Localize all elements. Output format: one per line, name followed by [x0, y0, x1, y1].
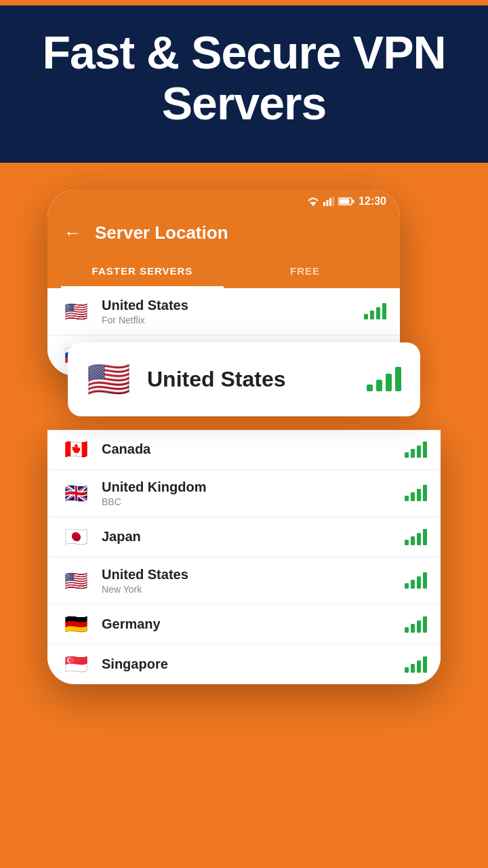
tab-faster-servers[interactable]: FASTER SERVERS	[61, 257, 224, 288]
svg-rect-2	[327, 200, 329, 206]
phone-bottom-list: 🇨🇦 Canada 🇬🇧 United Kingdom BBC	[47, 430, 441, 684]
floating-country-name: United States	[147, 367, 350, 392]
svg-rect-7	[340, 199, 350, 203]
flag-singapore: 🇸🇬	[61, 654, 91, 675]
server-item-singapore[interactable]: 🇸🇬 Singapore	[47, 645, 441, 684]
signal-germany	[405, 616, 427, 633]
signal-uk	[405, 485, 427, 501]
header-title: Fast & Secure VPN Servers	[27, 27, 461, 129]
svg-rect-6	[352, 199, 354, 203]
server-item-uk[interactable]: 🇬🇧 United Kingdom BBC	[47, 470, 441, 517]
orange-background: 12:30 ← Server Location FASTER SERVERS F…	[0, 163, 488, 376]
header-banner: Fast & Secure VPN Servers	[0, 0, 488, 163]
signal-icon	[323, 197, 334, 206]
signal-japan	[405, 529, 427, 545]
flag-canada: 🇨🇦	[61, 439, 91, 460]
server-info-germany: Germany	[102, 616, 394, 632]
flag-germany: 🇩🇪	[61, 614, 91, 635]
server-item-japan[interactable]: 🇯🇵 Japan	[47, 517, 441, 557]
server-info-canada: Canada	[102, 441, 394, 457]
server-item-canada[interactable]: 🇨🇦 Canada	[47, 430, 441, 470]
signal-us-netflix	[364, 303, 386, 319]
server-info-uk: United Kingdom BBC	[102, 479, 394, 507]
server-item-germany[interactable]: 🇩🇪 Germany	[47, 605, 441, 645]
svg-rect-4	[333, 197, 335, 206]
app-header: ← Server Location	[47, 213, 400, 257]
tab-bar: FASTER SERVERS FREE	[47, 257, 400, 288]
svg-rect-1	[323, 202, 325, 206]
floating-flag: 🇺🇸	[87, 359, 131, 400]
flag-us-netflix: 🇺🇸	[61, 301, 91, 321]
server-info-us-netflix: United States For Netflix	[102, 298, 353, 326]
flag-uk: 🇬🇧	[61, 483, 91, 503]
svg-marker-0	[310, 202, 317, 206]
server-info-japan: Japan	[102, 529, 394, 545]
flag-japan: 🇯🇵	[61, 527, 91, 547]
server-item-us-ny[interactable]: 🇺🇸 United States New York	[47, 557, 441, 605]
app-title-text: Server Location	[95, 222, 228, 243]
status-bar: 12:30	[47, 190, 400, 213]
signal-canada	[405, 441, 427, 458]
floating-signal	[367, 367, 401, 391]
svg-rect-3	[329, 198, 331, 206]
battery-icon	[338, 197, 354, 205]
server-info-singapore: Singapore	[102, 656, 394, 672]
wifi-icon	[307, 197, 319, 206]
signal-singapore	[405, 656, 427, 673]
status-time: 12:30	[359, 195, 386, 208]
server-info-us-ny: United States New York	[102, 567, 394, 595]
status-icons: 12:30	[307, 195, 386, 208]
flag-us-ny: 🇺🇸	[61, 570, 91, 591]
signal-us-ny	[405, 572, 427, 589]
tab-free[interactable]: FREE	[224, 257, 386, 288]
server-item-us-netflix[interactable]: 🇺🇸 United States For Netflix	[47, 288, 400, 336]
floating-card[interactable]: 🇺🇸 United States	[68, 342, 420, 416]
page-root: Fast & Secure VPN Servers	[0, 0, 488, 684]
back-button[interactable]: ←	[64, 222, 81, 243]
